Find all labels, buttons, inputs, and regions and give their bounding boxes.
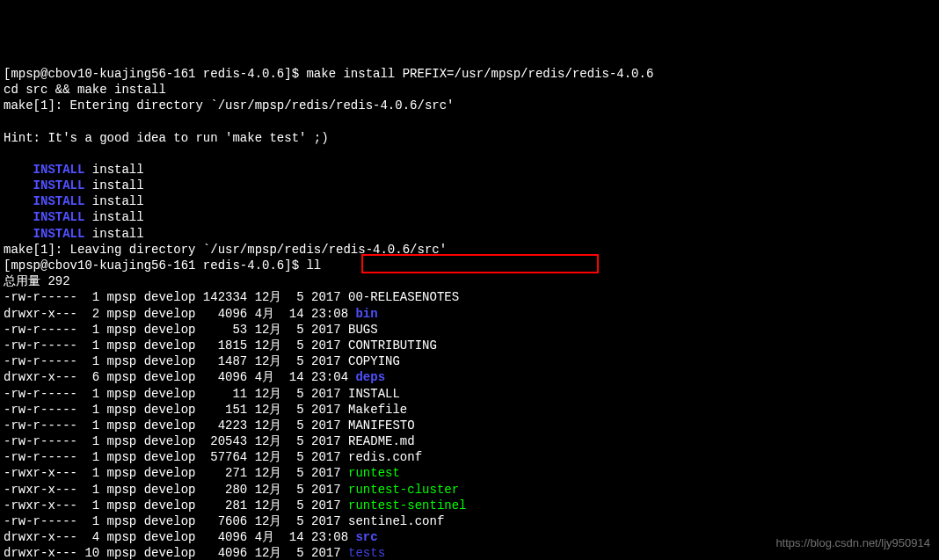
terminal-text-segment: -rw-r----- 1 mpsp develop 20543 12月 5 20… <box>4 434 415 448</box>
terminal-text-segment: INSTALL <box>33 227 85 241</box>
terminal-text-segment: INSTALL <box>33 178 85 193</box>
terminal-text-segment: INSTALL <box>33 163 85 177</box>
terminal-line: INSTALL install <box>4 209 939 225</box>
terminal-line: -rw-r----- 1 mpsp develop 57764 12月 5 20… <box>4 449 939 465</box>
terminal-text-segment <box>4 147 11 161</box>
terminal-line: cd src && make install <box>4 82 939 98</box>
terminal-text-segment <box>4 210 33 224</box>
terminal-line: INSTALL install <box>4 178 939 193</box>
terminal-line: INSTALL install <box>4 193 939 209</box>
terminal-line: drwxr-x--- 2 mpsp develop 4096 4月 14 23:… <box>4 306 939 322</box>
terminal-text-segment: -rwxr-x--- 1 mpsp develop 280 12月 5 2017 <box>4 483 348 497</box>
terminal-line: Hint: It's a good idea to run 'make test… <box>4 130 939 146</box>
terminal-text-segment: make[1]: Entering directory `/usr/mpsp/r… <box>4 98 454 113</box>
terminal-line: -rwxr-x--- 1 mpsp develop 271 12月 5 2017… <box>4 465 939 481</box>
terminal-text-segment <box>4 163 33 177</box>
terminal-text-segment: -rw-r----- 1 mpsp develop 11 12月 5 2017 … <box>4 387 400 401</box>
terminal-text-segment: tests <box>348 546 385 560</box>
terminal-text-segment: runtest-sentinel <box>348 498 466 513</box>
watermark-text: https://blog.csdn.net/ljy950914 <box>775 536 930 551</box>
terminal-text-segment: install <box>84 178 143 193</box>
terminal-line <box>4 113 939 129</box>
terminal-text-segment: runtest <box>348 466 400 480</box>
terminal-line: INSTALL install <box>4 226 939 242</box>
terminal-text-segment: install <box>84 194 143 208</box>
terminal-text-segment: -rw-r----- 1 mpsp develop 1487 12月 5 201… <box>4 354 400 368</box>
terminal-text-segment: drwxr-x--- 2 mpsp develop 4096 4月 14 23:… <box>4 307 355 321</box>
terminal-text-segment <box>4 114 11 128</box>
terminal-line: 总用量 292 <box>4 273 939 289</box>
terminal-text-segment: drwxr-x--- 10 mpsp develop 4096 12月 5 20… <box>4 546 348 560</box>
terminal-text-segment: -rwxr-x--- 1 mpsp develop 271 12月 5 2017 <box>4 466 348 480</box>
terminal-line: [mpsp@cbov10-kuajing56-161 redis-4.0.6]$… <box>4 258 939 273</box>
terminal-text-segment: install <box>84 163 143 177</box>
terminal-text-segment: deps <box>355 370 385 384</box>
terminal-line: -rw-r----- 1 mpsp develop 151 12月 5 2017… <box>4 402 939 418</box>
terminal-text-segment: -rwxr-x--- 1 mpsp develop 281 12月 5 2017 <box>4 498 348 513</box>
terminal-text-segment: cd src && make install <box>4 83 166 97</box>
terminal-output[interactable]: [mpsp@cbov10-kuajing56-161 redis-4.0.6]$… <box>4 66 939 560</box>
terminal-line: -rw-r----- 1 mpsp develop 142334 12月 5 2… <box>4 289 939 305</box>
terminal-text-segment: -rw-r----- 1 mpsp develop 4223 12月 5 201… <box>4 418 415 433</box>
terminal-text-segment: -rw-r----- 1 mpsp develop 142334 12月 5 2… <box>4 290 459 304</box>
terminal-line: -rw-r----- 1 mpsp develop 1487 12月 5 201… <box>4 353 939 369</box>
terminal-line: -rwxr-x--- 1 mpsp develop 281 12月 5 2017… <box>4 498 939 513</box>
terminal-text-segment: install <box>84 227 143 241</box>
terminal-text-segment <box>4 178 33 193</box>
terminal-text-segment: -rw-r----- 1 mpsp develop 7606 12月 5 201… <box>4 514 444 528</box>
terminal-line: -rw-r----- 1 mpsp develop 20543 12月 5 20… <box>4 433 939 449</box>
terminal-text-segment: drwxr-x--- 4 mpsp develop 4096 4月 14 23:… <box>4 530 355 544</box>
terminal-text-segment: 总用量 292 <box>4 274 70 288</box>
terminal-text-segment: src <box>355 530 377 544</box>
terminal-text-segment: make[1]: Leaving directory `/usr/mpsp/re… <box>4 243 447 257</box>
terminal-line: -rw-r----- 1 mpsp develop 53 12月 5 2017 … <box>4 322 939 338</box>
terminal-text-segment: install <box>84 210 143 224</box>
terminal-line: make[1]: Entering directory `/usr/mpsp/r… <box>4 98 939 113</box>
terminal-text-segment: Hint: It's a good idea to run 'make test… <box>4 131 329 145</box>
terminal-line: make[1]: Leaving directory `/usr/mpsp/re… <box>4 242 939 258</box>
terminal-line: -rw-r----- 1 mpsp develop 11 12月 5 2017 … <box>4 386 939 402</box>
terminal-text-segment: -rw-r----- 1 mpsp develop 57764 12月 5 20… <box>4 450 422 464</box>
terminal-text-segment: [mpsp@cbov10-kuajing56-161 redis-4.0.6]$… <box>4 67 653 81</box>
terminal-text-segment <box>4 194 33 208</box>
terminal-text-segment: -rw-r----- 1 mpsp develop 53 12月 5 2017 … <box>4 323 378 337</box>
terminal-text-segment: runtest-cluster <box>348 483 459 497</box>
terminal-line: INSTALL install <box>4 162 939 178</box>
terminal-line: -rwxr-x--- 1 mpsp develop 280 12月 5 2017… <box>4 482 939 498</box>
terminal-text-segment: -rw-r----- 1 mpsp develop 1815 12月 5 201… <box>4 338 437 353</box>
terminal-text-segment: INSTALL <box>33 210 85 224</box>
terminal-line: drwxr-x--- 6 mpsp develop 4096 4月 14 23:… <box>4 369 939 385</box>
terminal-line: -rw-r----- 1 mpsp develop 4223 12月 5 201… <box>4 418 939 433</box>
terminal-text-segment: drwxr-x--- 6 mpsp develop 4096 4月 14 23:… <box>4 370 355 384</box>
terminal-line: [mpsp@cbov10-kuajing56-161 redis-4.0.6]$… <box>4 66 939 82</box>
terminal-line <box>4 146 939 162</box>
terminal-text-segment: [mpsp@cbov10-kuajing56-161 redis-4.0.6]$… <box>4 258 321 273</box>
terminal-line: -rw-r----- 1 mpsp develop 1815 12月 5 201… <box>4 338 939 353</box>
terminal-text-segment: bin <box>355 307 377 321</box>
terminal-line: -rw-r----- 1 mpsp develop 7606 12月 5 201… <box>4 513 939 529</box>
terminal-text-segment: -rw-r----- 1 mpsp develop 151 12月 5 2017… <box>4 403 407 417</box>
terminal-text-segment: INSTALL <box>33 194 85 208</box>
terminal-text-segment <box>4 227 33 241</box>
